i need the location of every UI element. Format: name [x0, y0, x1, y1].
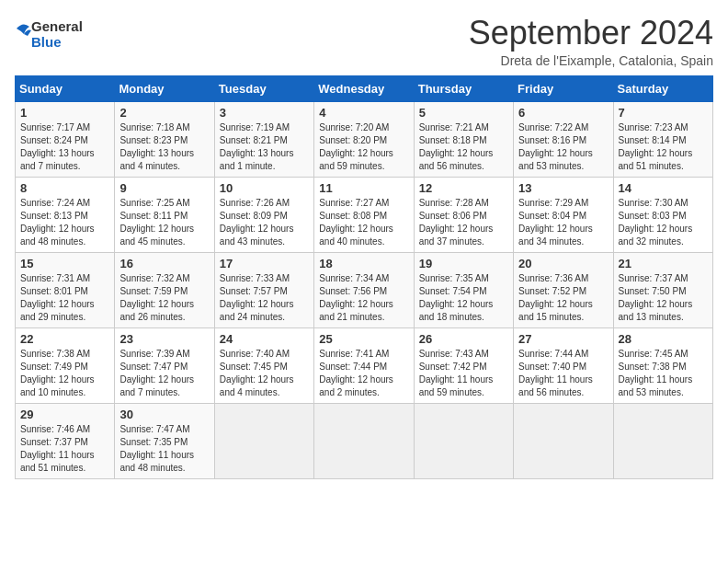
day-number: 26 [419, 332, 508, 346]
calendar-cell: 7 Sunrise: 7:23 AM Sunset: 8:14 PM Dayli… [613, 101, 712, 177]
day-info: Sunrise: 7:37 AM Sunset: 7:50 PM Dayligh… [619, 272, 708, 324]
logo: General Blue [15, 18, 83, 51]
day-info: Sunrise: 7:36 AM Sunset: 7:52 PM Dayligh… [518, 272, 608, 324]
day-info: Sunrise: 7:30 AM Sunset: 8:03 PM Dayligh… [619, 197, 708, 248]
calendar-cell: 28 Sunrise: 7:45 AM Sunset: 7:38 PM Dayl… [613, 327, 712, 403]
weekday-header-saturday: Saturday [613, 75, 712, 101]
day-info: Sunrise: 7:40 AM Sunset: 7:45 PM Dayligh… [220, 348, 309, 399]
calendar-header: SundayMondayTuesdayWednesdayThursdayFrid… [16, 75, 713, 101]
day-number: 27 [518, 332, 608, 346]
calendar-cell: 3 Sunrise: 7:19 AM Sunset: 8:21 PM Dayli… [214, 101, 313, 177]
calendar-week-3: 15 Sunrise: 7:31 AM Sunset: 8:01 PM Dayl… [16, 252, 713, 327]
calendar-cell: 26 Sunrise: 7:43 AM Sunset: 7:42 PM Dayl… [414, 327, 513, 403]
day-number: 9 [119, 181, 209, 195]
calendar-cell: 5 Sunrise: 7:21 AM Sunset: 8:18 PM Dayli… [414, 101, 513, 177]
calendar-body: 1 Sunrise: 7:17 AM Sunset: 8:24 PM Dayli… [16, 101, 713, 478]
day-number: 19 [419, 257, 508, 270]
day-info: Sunrise: 7:18 AM Sunset: 8:23 PM Dayligh… [119, 121, 209, 173]
calendar-cell: 11 Sunrise: 7:27 AM Sunset: 8:08 PM Dayl… [314, 177, 414, 252]
day-number: 30 [119, 408, 209, 421]
calendar-cell: 9 Sunrise: 7:25 AM Sunset: 8:11 PM Dayli… [115, 177, 214, 252]
calendar-cell [414, 403, 513, 478]
day-number: 10 [220, 181, 309, 195]
day-number: 21 [619, 257, 708, 270]
calendar-cell: 13 Sunrise: 7:29 AM Sunset: 8:04 PM Dayl… [514, 177, 613, 252]
calendar-cell: 15 Sunrise: 7:31 AM Sunset: 8:01 PM Dayl… [16, 252, 115, 327]
day-number: 15 [20, 257, 109, 270]
logo-general: General [31, 18, 83, 34]
day-number: 13 [518, 181, 608, 195]
calendar-cell: 8 Sunrise: 7:24 AM Sunset: 8:13 PM Dayli… [16, 177, 115, 252]
calendar-cell: 17 Sunrise: 7:33 AM Sunset: 7:57 PM Dayl… [214, 252, 313, 327]
day-info: Sunrise: 7:33 AM Sunset: 7:57 PM Dayligh… [220, 272, 309, 324]
calendar-cell: 22 Sunrise: 7:38 AM Sunset: 7:49 PM Dayl… [16, 327, 115, 403]
day-info: Sunrise: 7:22 AM Sunset: 8:16 PM Dayligh… [518, 121, 608, 173]
day-number: 22 [20, 332, 109, 346]
day-number: 18 [319, 257, 408, 270]
calendar-cell: 30 Sunrise: 7:47 AM Sunset: 7:35 PM Dayl… [115, 403, 214, 478]
calendar-cell: 20 Sunrise: 7:36 AM Sunset: 7:52 PM Dayl… [514, 252, 613, 327]
day-number: 14 [619, 181, 708, 195]
day-number: 25 [319, 332, 408, 346]
location: Dreta de l'Eixample, Catalonia, Spain [469, 53, 713, 68]
day-number: 7 [619, 106, 708, 120]
calendar-cell: 29 Sunrise: 7:46 AM Sunset: 7:37 PM Dayl… [16, 403, 115, 478]
day-number: 23 [119, 332, 209, 346]
calendar-cell: 25 Sunrise: 7:41 AM Sunset: 7:44 PM Dayl… [314, 327, 414, 403]
day-number: 20 [518, 257, 608, 270]
day-number: 16 [119, 257, 209, 270]
calendar-cell: 12 Sunrise: 7:28 AM Sunset: 8:06 PM Dayl… [414, 177, 513, 252]
day-number: 5 [419, 106, 508, 120]
calendar-cell: 23 Sunrise: 7:39 AM Sunset: 7:47 PM Dayl… [115, 327, 214, 403]
day-number: 24 [220, 332, 309, 346]
calendar-week-4: 22 Sunrise: 7:38 AM Sunset: 7:49 PM Dayl… [16, 327, 713, 403]
calendar-cell: 4 Sunrise: 7:20 AM Sunset: 8:20 PM Dayli… [314, 101, 414, 177]
day-info: Sunrise: 7:35 AM Sunset: 7:54 PM Dayligh… [419, 272, 508, 324]
calendar-cell: 14 Sunrise: 7:30 AM Sunset: 8:03 PM Dayl… [613, 177, 712, 252]
day-number: 6 [518, 106, 608, 120]
day-info: Sunrise: 7:41 AM Sunset: 7:44 PM Dayligh… [319, 348, 408, 399]
day-info: Sunrise: 7:20 AM Sunset: 8:20 PM Dayligh… [319, 121, 408, 173]
month-title: September 2024 [469, 15, 713, 52]
calendar-cell [613, 403, 712, 478]
logo-blue: Blue [31, 34, 83, 50]
day-info: Sunrise: 7:32 AM Sunset: 7:59 PM Dayligh… [119, 272, 209, 324]
page-header: General Blue September 2024 Dreta de l'E… [15, 15, 713, 68]
day-info: Sunrise: 7:21 AM Sunset: 8:18 PM Dayligh… [419, 121, 508, 173]
day-info: Sunrise: 7:17 AM Sunset: 8:24 PM Dayligh… [20, 121, 109, 173]
day-info: Sunrise: 7:23 AM Sunset: 8:14 PM Dayligh… [619, 121, 708, 173]
day-number: 28 [619, 332, 708, 346]
calendar-cell: 21 Sunrise: 7:37 AM Sunset: 7:50 PM Dayl… [613, 252, 712, 327]
weekday-header-friday: Friday [514, 75, 613, 101]
day-info: Sunrise: 7:43 AM Sunset: 7:42 PM Dayligh… [419, 348, 508, 399]
day-info: Sunrise: 7:34 AM Sunset: 7:56 PM Dayligh… [319, 272, 408, 324]
day-info: Sunrise: 7:28 AM Sunset: 8:06 PM Dayligh… [419, 197, 508, 248]
calendar-cell [514, 403, 613, 478]
day-number: 4 [319, 106, 408, 120]
calendar-cell: 1 Sunrise: 7:17 AM Sunset: 8:24 PM Dayli… [16, 101, 115, 177]
weekday-header-sunday: Sunday [16, 75, 115, 101]
day-info: Sunrise: 7:29 AM Sunset: 8:04 PM Dayligh… [518, 197, 608, 248]
day-number: 29 [20, 408, 109, 421]
calendar-cell: 24 Sunrise: 7:40 AM Sunset: 7:45 PM Dayl… [214, 327, 313, 403]
calendar-cell: 16 Sunrise: 7:32 AM Sunset: 7:59 PM Dayl… [115, 252, 214, 327]
title-block: September 2024 Dreta de l'Eixample, Cata… [469, 15, 713, 68]
day-number: 2 [119, 106, 209, 120]
day-info: Sunrise: 7:31 AM Sunset: 8:01 PM Dayligh… [20, 272, 109, 324]
weekday-header-wednesday: Wednesday [314, 75, 414, 101]
calendar-week-5: 29 Sunrise: 7:46 AM Sunset: 7:37 PM Dayl… [16, 403, 713, 478]
calendar-cell: 19 Sunrise: 7:35 AM Sunset: 7:54 PM Dayl… [414, 252, 513, 327]
day-info: Sunrise: 7:24 AM Sunset: 8:13 PM Dayligh… [20, 197, 109, 248]
day-number: 1 [20, 106, 109, 120]
day-info: Sunrise: 7:38 AM Sunset: 7:49 PM Dayligh… [20, 348, 109, 399]
calendar-week-1: 1 Sunrise: 7:17 AM Sunset: 8:24 PM Dayli… [16, 101, 713, 177]
day-info: Sunrise: 7:44 AM Sunset: 7:40 PM Dayligh… [518, 348, 608, 399]
day-info: Sunrise: 7:27 AM Sunset: 8:08 PM Dayligh… [319, 197, 408, 248]
day-info: Sunrise: 7:26 AM Sunset: 8:09 PM Dayligh… [220, 197, 309, 248]
day-info: Sunrise: 7:47 AM Sunset: 7:35 PM Dayligh… [119, 423, 209, 475]
day-number: 8 [20, 181, 109, 195]
calendar-table: SundayMondayTuesdayWednesdayThursdayFrid… [15, 75, 713, 479]
day-info: Sunrise: 7:46 AM Sunset: 7:37 PM Dayligh… [20, 423, 109, 475]
calendar-cell [314, 403, 414, 478]
day-number: 12 [419, 181, 508, 195]
